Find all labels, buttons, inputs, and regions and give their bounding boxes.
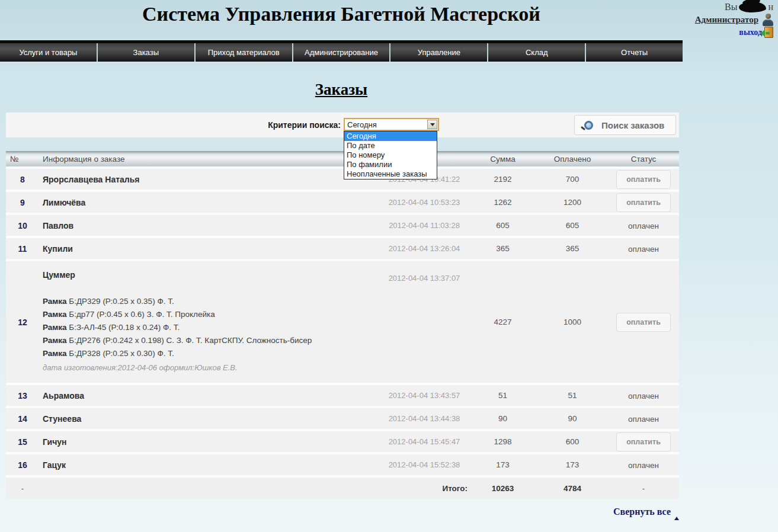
logout-link[interactable]: выход xyxy=(739,28,762,37)
table-body: 8 Ярорславцева Наталья 2012-04-04 10:41:… xyxy=(6,169,679,477)
user-block: Вы н Администратор выход xyxy=(695,2,773,38)
table-footer: Свернуть все xyxy=(6,507,679,517)
user-greeting-suffix: н xyxy=(768,2,773,12)
collapse-all-label: Свернуть все xyxy=(613,507,671,517)
order-sum: 1262 xyxy=(469,198,537,207)
nav-item-услуги-и-товары[interactable]: Услуги и товары xyxy=(0,43,97,62)
search-button-label: Поиск заказов xyxy=(601,120,664,130)
pay-button[interactable]: оплатить xyxy=(616,193,671,212)
order-paid: 90 xyxy=(537,414,608,423)
order-date: 2012-04-04 11:03:28 xyxy=(380,221,469,230)
nav-item-приход-материалов[interactable]: Приход материалов xyxy=(194,43,292,62)
dropdown-option[interactable]: По фамилии xyxy=(344,160,437,169)
user-greeting-prefix: Вы xyxy=(725,2,737,12)
order-info-cell: Аьрамова xyxy=(39,391,380,400)
dropdown-option[interactable]: По номеру xyxy=(344,150,437,160)
order-number: 10 xyxy=(6,221,39,230)
order-sum: 90 xyxy=(469,414,537,423)
status-text: оплачен xyxy=(628,415,659,424)
order-info-cell: Павлов xyxy=(39,221,380,230)
order-info-cell: Стунеева xyxy=(39,414,380,424)
search-criteria-label: Критерии поиска: xyxy=(268,120,341,130)
main-nav: Услуги и товарыЗаказыПриход материаловАд… xyxy=(0,40,683,63)
table-row[interactable]: 13 Аьрамова 2012-04-04 13:43:57 51 51 оп… xyxy=(6,385,679,408)
nav-item-заказы[interactable]: Заказы xyxy=(97,43,194,62)
search-criteria-select[interactable]: Сегодня СегодняПо датеПо номеруПо фамили… xyxy=(344,118,439,131)
nav-item-отчеты[interactable]: Отчеты xyxy=(585,43,683,62)
order-date: 2012-04-04 13:43:57 xyxy=(380,391,469,400)
totals-label: Итого: xyxy=(380,484,469,493)
nav-item-администрирование[interactable]: Администрирование xyxy=(292,43,390,62)
door-exit-icon[interactable] xyxy=(764,27,773,38)
order-status-cell: оплатить xyxy=(608,170,679,189)
pay-button[interactable]: оплатить xyxy=(616,170,671,189)
order-sum: 2192 xyxy=(469,175,537,184)
col-paid: Оплачено xyxy=(537,155,608,164)
order-item-line: Рамка Б:ДР328 (Р:0.25 x 0.30) Ф. Т. xyxy=(43,347,380,360)
search-orders-button[interactable]: Поиск заказов xyxy=(574,115,676,135)
dropdown-option[interactable]: По дате xyxy=(344,141,437,150)
table-row[interactable]: 16 Гацук 2012-04-04 15:52:38 173 173 опл… xyxy=(6,454,679,477)
col-number: № xyxy=(6,155,39,164)
order-footnote: дата изготовления:2012-04-06 оформил:Юшк… xyxy=(43,361,380,374)
redaction-scribble xyxy=(739,2,766,12)
order-number: 8 xyxy=(6,175,39,184)
order-sum: 605 xyxy=(469,221,537,230)
customer-name: Ярорславцева Наталья xyxy=(43,175,380,184)
col-info: Информация о заказе xyxy=(39,155,380,164)
status-text: оплачен xyxy=(628,461,659,470)
order-status-cell: оплатить xyxy=(608,432,679,451)
order-number: 14 xyxy=(6,414,39,424)
select-box[interactable]: Сегодня xyxy=(344,118,439,131)
user-greeting: Вы н xyxy=(695,2,773,12)
order-number: 13 xyxy=(6,391,39,400)
order-date: 2012-04-04 13:37:07 xyxy=(380,261,469,283)
customer-name: Павлов xyxy=(43,221,380,230)
nav-item-управление[interactable]: Управление xyxy=(389,43,487,62)
col-status: Статус xyxy=(608,155,679,164)
col-sum: Сумма xyxy=(469,155,537,164)
table-row[interactable]: 10 Павлов 2012-04-04 11:03:28 605 605 оп… xyxy=(6,215,679,238)
administrator-link[interactable]: Администратор xyxy=(695,15,758,25)
customer-name: Купили xyxy=(43,244,380,254)
dropdown-option[interactable]: Неоплаченные заказы xyxy=(344,169,437,179)
customer-name: Цуммер xyxy=(43,270,380,280)
table-row[interactable]: 14 Стунеева 2012-04-04 13:44:38 90 90 оп… xyxy=(6,408,679,431)
order-sum: 51 xyxy=(469,391,537,400)
table-row[interactable]: 11 Купили 2012-04-04 13:26:04 365 365 оп… xyxy=(6,238,679,261)
order-paid: 173 xyxy=(537,460,608,469)
pay-button[interactable]: оплатить xyxy=(616,432,671,451)
status-text: оплачен xyxy=(628,392,659,400)
table-row[interactable]: 8 Ярорславцева Наталья 2012-04-04 10:41:… xyxy=(6,169,679,192)
order-paid: 365 xyxy=(537,244,608,253)
order-sum: 1298 xyxy=(469,437,537,446)
order-status-cell: оплачен xyxy=(608,243,679,254)
order-number: 15 xyxy=(6,437,39,447)
table-row[interactable]: 9 Лимючёва 2012-04-04 10:53:23 1262 1200… xyxy=(6,192,679,215)
order-status-cell: оплачен xyxy=(608,390,679,401)
pay-button[interactable]: оплатить xyxy=(616,313,671,332)
totals-number: - xyxy=(6,484,39,493)
orders-table: № Информация о заказе Сумма Оплачено Ста… xyxy=(6,151,679,499)
person-icon xyxy=(761,14,773,26)
order-number: 16 xyxy=(6,460,39,470)
table-row[interactable]: 15 Гичун 2012-04-04 15:45:47 1298 600 оп… xyxy=(6,431,679,454)
dropdown-option[interactable]: Сегодня xyxy=(344,132,437,141)
collapse-all-link[interactable]: Свернуть все xyxy=(613,507,679,517)
order-status-cell: оплатить xyxy=(608,313,679,332)
admin-line: Администратор xyxy=(695,14,773,26)
order-number: 9 xyxy=(6,198,39,207)
app-title: Система Управления Багетной Мастерской xyxy=(0,0,683,25)
page-title: Заказы xyxy=(0,81,683,99)
collapse-up-icon xyxy=(674,507,679,517)
nav-item-склад[interactable]: Склад xyxy=(487,43,585,62)
order-number: 12 xyxy=(6,318,39,327)
chevron-down-icon[interactable] xyxy=(427,120,437,129)
order-sum: 4227 xyxy=(469,318,537,326)
table-row[interactable]: 12 Цуммер Рамка Б:ДР329 (Р:0.25 x 0.35) … xyxy=(6,261,679,385)
order-paid: 1000 xyxy=(537,318,608,326)
order-status-cell: оплачен xyxy=(608,414,679,424)
order-status-cell: оплатить xyxy=(608,193,679,212)
customer-name: Аьрамова xyxy=(43,391,380,400)
order-item-line: Рамка Б:ДР276 (Р:0.242 x 0.198) С. З. Ф.… xyxy=(43,334,380,347)
